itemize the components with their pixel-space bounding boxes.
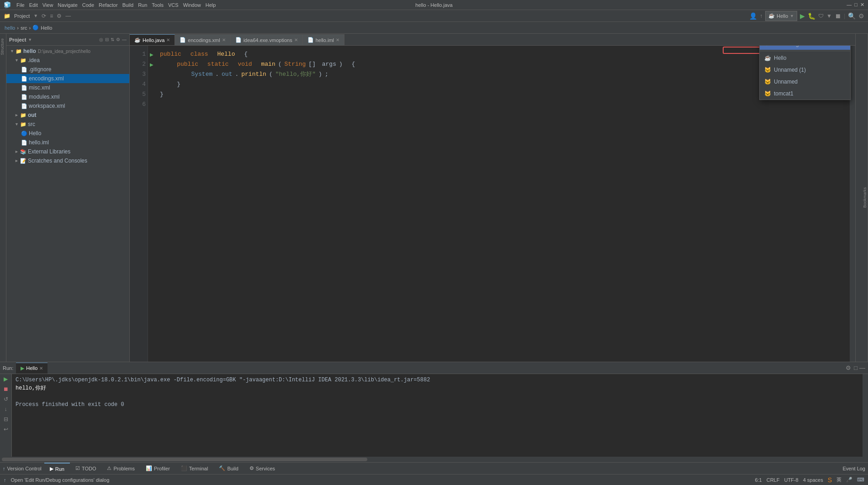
collapse-all-icon[interactable]: ⊟ [105,37,109,42]
tree-src[interactable]: ▼ 📁 src [6,120,129,129]
hide-panel-icon[interactable]: — [122,37,127,42]
debug-button[interactable]: 🐛 [808,12,815,20]
scrollbar-thumb[interactable] [2,458,367,461]
settings-button[interactable]: ⚙ [858,12,864,20]
tree-hello-iml[interactable]: 📄 hello.iml [6,138,129,147]
toolbar-collapse-icon[interactable]: ≡ [50,13,53,19]
dropdown-tomcat-item[interactable]: 🐱 tomcat1 [760,88,850,100]
dropdown-unnamed1-item[interactable]: 🐱 Unnamed (1) [760,64,850,76]
tree-ext-libs[interactable]: ► 📚 External Libraries [6,147,129,156]
tab-iml-close[interactable]: ✕ [336,37,339,42]
todo-tool[interactable]: ☑ TODO [70,463,102,474]
run-close-icon[interactable]: — [859,364,865,371]
menu-file[interactable]: File [16,2,25,8]
run-tab-close[interactable]: ✕ [39,366,43,371]
tree-workspace[interactable]: 📄 workspace.xml [6,101,129,111]
tree-misc[interactable]: 📄 misc.xml [6,83,129,92]
menu-vcs[interactable]: VCS [168,2,179,8]
tree-root[interactable]: ▼ 📁 hello D:\java_idea_project\hello [6,47,129,56]
edit-configurations-item[interactable]: ⚙ Edit Configurations... [760,46,850,50]
menu-run[interactable]: Run [138,2,147,8]
dropdown-unnamed-item[interactable]: 🐱 Unnamed [760,76,850,88]
sort-icon[interactable]: ⇅ [111,37,114,42]
code-area[interactable]: public class Hello { public static void … [155,46,850,362]
search-everywhere-button[interactable]: 🔍 [848,12,856,20]
breadcrumb-src[interactable]: src [21,25,27,31]
run-rerun-icon[interactable]: ↺ [4,396,8,402]
tab-iml[interactable]: 📄 hello.iml ✕ [303,34,344,45]
profiler-tool[interactable]: 📊 Profiler [140,463,175,474]
menu-build[interactable]: Build [122,2,133,8]
toolbar-dropdown-icon[interactable]: ▼ [33,13,38,18]
menu-refactor[interactable]: Refactor [99,2,118,8]
run-scroll-icon[interactable]: ↓ [5,406,7,412]
tree-hello-java[interactable]: 🔵 Hello [6,129,129,138]
scope-icon[interactable]: ◎ [99,37,103,42]
menu-edit[interactable]: Edit [29,2,38,8]
run-settings-icon[interactable]: ⚙ [846,364,851,371]
line-ending[interactable]: CRLF [767,477,780,483]
tree-encodings[interactable]: 📄 encodings.xml [6,74,129,83]
menu-tools[interactable]: Tools [152,2,164,8]
build-tool[interactable]: 🔨 Build [213,463,243,474]
console-scrollbar[interactable] [863,374,868,457]
menu-view[interactable]: View [42,2,53,8]
gutter-run-2[interactable]: ▶ [148,59,155,69]
main-toolbar: 📁 Project ▼ ⟳ ≡ ⚙ — 👤 ↑ ☕ Hello ▼ ▶ 🐛 🛡 … [0,10,868,22]
tab-vmoptions[interactable]: 📄 idea64.exe.vmoptions ✕ [231,34,303,45]
tab-hello-java[interactable]: ☕ Hello.java ✕ [130,34,175,45]
more-run-options[interactable]: ▼ [826,13,832,19]
event-log-button[interactable]: Event Log [840,466,868,471]
tree-modules[interactable]: 📄 modules.xml [6,92,129,101]
console-hscrollbar[interactable] [0,457,868,462]
stop-button[interactable]: ⏹ [835,12,841,20]
toolbar-settings-icon[interactable]: ⚙ [57,13,62,19]
menu-code[interactable]: Code [82,2,94,8]
tab-hello-java-close[interactable]: ✕ [166,37,170,42]
avatar-icon[interactable]: 👤 [749,12,757,20]
dropdown-hello-item[interactable]: ☕ Hello [760,52,850,64]
editor-content[interactable]: 1 2 3 4 5 6 ▶ ▶ [130,46,855,362]
encoding[interactable]: UTF-8 [784,477,798,483]
menu-window[interactable]: Window [183,2,201,8]
breadcrumb-hello-class[interactable]: Hello [41,25,52,31]
run-config-selector[interactable]: ☕ Hello ▼ [765,11,797,21]
tab-encodings[interactable]: 📄 encodings.xml ✕ [175,34,230,45]
gutter-run-1[interactable]: ▶ [148,49,155,59]
indent-size[interactable]: 4 spaces [803,477,823,483]
run-filter-icon[interactable]: ⊟ [4,416,8,422]
menu-navigate[interactable]: Navigate [58,2,77,8]
run-tab-hello[interactable]: ▶ Hello ✕ [16,363,48,374]
bookmarks-label[interactable]: Bookmarks [863,187,867,208]
tree-idea[interactable]: ▼ 📁 .idea [6,56,129,65]
services-tool[interactable]: ⚙ Services [244,463,281,474]
cursor-position[interactable]: 6:1 [755,477,762,483]
run-stop-icon[interactable]: ⏹ [3,386,9,392]
update-icon[interactable]: ↑ [760,13,762,19]
minimize-button[interactable]: — [847,2,852,8]
open-run-debug-label[interactable]: Open 'Edit Run/Debug configurations' dia… [11,477,110,483]
tab-encodings-close[interactable]: ✕ [222,37,226,42]
tab-vmoptions-close[interactable]: ✕ [294,37,298,42]
structure-label[interactable]: Structure [0,38,5,55]
tree-gitignore[interactable]: 📄 .gitignore [6,65,129,74]
maximize-button[interactable]: □ [854,2,857,8]
run-wrap-icon[interactable]: ↩ [4,426,8,432]
run-button[interactable]: ▶ [800,12,805,20]
breadcrumb-hello[interactable]: hello [5,25,15,31]
problems-icon: ⚠ [107,465,111,471]
version-control-tool[interactable]: ↑ Version Control [0,466,44,471]
menu-help[interactable]: Help [206,2,216,8]
tree-out[interactable]: ► 📁 out [6,111,129,120]
coverage-button[interactable]: 🛡 [818,13,824,19]
run-tool[interactable]: ▶ Run [44,463,70,474]
run-play-icon[interactable]: ▶ [4,376,8,382]
tree-scratches[interactable]: ► 📝 Scratches and Consoles [6,156,129,165]
problems-tool[interactable]: ⚠ Problems [101,463,140,474]
run-maximize-icon[interactable]: □ [854,364,857,371]
toolbar-hide-icon[interactable]: — [65,13,71,19]
terminal-tool[interactable]: ⬛ Terminal [175,463,214,474]
toolbar-sync-icon[interactable]: ⟳ [42,13,46,19]
settings-icon[interactable]: ⚙ [116,37,120,42]
close-button[interactable]: ✕ [860,2,864,8]
